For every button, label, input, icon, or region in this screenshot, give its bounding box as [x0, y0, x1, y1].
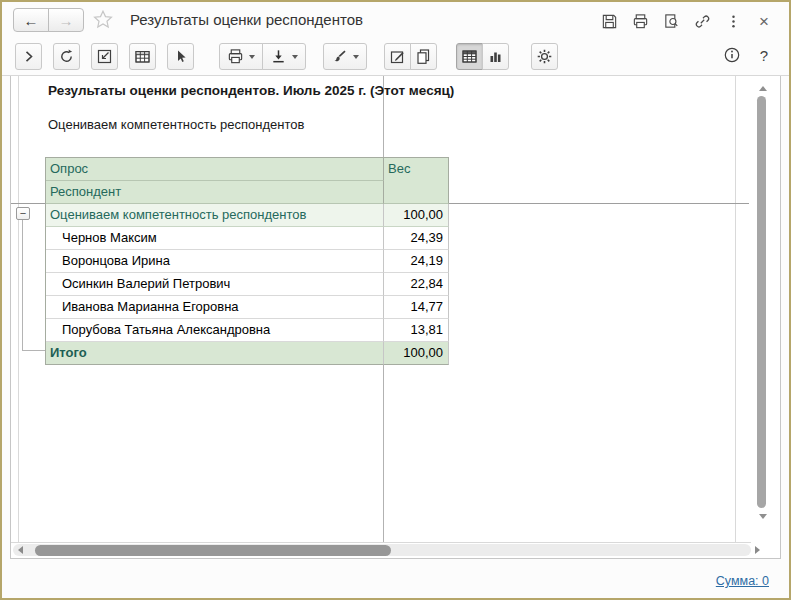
horizontal-scrollbar-thumb[interactable]	[35, 545, 391, 556]
header-cell-weight[interactable]: Вес	[384, 158, 449, 204]
expand-panel-button[interactable]	[15, 43, 42, 70]
more-icon[interactable]	[724, 12, 742, 30]
print-group	[219, 43, 306, 70]
pointer-mode-button[interactable]	[167, 43, 194, 70]
collapse-group-button[interactable]: −	[16, 207, 30, 220]
vertical-scrollbar-thumb[interactable]	[757, 96, 766, 508]
table-row-name[interactable]: Иванова Марианна Егоровна	[46, 296, 384, 319]
table-row-name[interactable]: Осинкин Валерий Петрович	[46, 273, 384, 296]
print-button[interactable]	[219, 43, 263, 70]
report-title: Результаты оценки респондентов. Июль 202…	[48, 83, 454, 98]
page-boundary-right-line	[735, 76, 736, 543]
table-row-value[interactable]: 14,77	[384, 296, 449, 319]
table-view-button[interactable]	[456, 43, 483, 70]
table-settings-button[interactable]	[129, 43, 156, 70]
link-icon[interactable]	[693, 12, 711, 30]
report-subtitle: Оцениваем компетентность респондентов	[48, 117, 304, 132]
close-icon[interactable]: ×	[755, 12, 773, 30]
report-table: Опрос Вес Респондент Оцениваем компетент…	[45, 157, 449, 365]
print-icon	[227, 48, 244, 65]
gear-icon	[536, 48, 553, 65]
table-settings-icon	[134, 48, 151, 65]
table-row-value[interactable]: 24,39	[384, 227, 449, 250]
title-bar: ← → Результаты оценки респондентов	[2, 2, 789, 38]
help-button[interactable]: ?	[755, 46, 773, 64]
page-boundary-left-line	[18, 76, 19, 543]
total-row-label[interactable]: Итого	[46, 342, 384, 365]
header-cell-survey[interactable]: Опрос	[46, 158, 384, 181]
brush-icon	[331, 48, 348, 65]
refresh-icon	[58, 48, 75, 65]
help-icon: ?	[760, 47, 768, 64]
bar-chart-icon	[487, 48, 504, 65]
save-file-button[interactable]	[262, 43, 306, 70]
titlebar-actions: ×	[600, 12, 773, 30]
forward-button[interactable]: →	[48, 8, 84, 32]
app-window: ← → Результаты оценки респондентов	[0, 0, 791, 600]
chevron-down-icon	[292, 55, 298, 59]
nav-history-group: ← →	[13, 8, 84, 32]
group-tree-line	[22, 350, 45, 351]
refresh-button[interactable]	[53, 43, 80, 70]
star-icon	[92, 9, 114, 31]
chart-view-button[interactable]	[482, 43, 509, 70]
chevron-right-icon	[20, 48, 37, 65]
copy-button[interactable]	[410, 43, 437, 70]
autofit-button[interactable]	[91, 43, 118, 70]
save-icon[interactable]	[600, 12, 618, 30]
back-button[interactable]: ←	[13, 8, 49, 32]
scroll-right-arrow[interactable]	[755, 546, 760, 554]
pointer-icon	[172, 48, 189, 65]
format-brush-button[interactable]	[323, 43, 367, 70]
toolbar: ?	[2, 38, 789, 76]
report-sheet: Результаты оценки респондентов. Июль 202…	[10, 76, 781, 559]
favorite-star-button[interactable]	[92, 9, 114, 31]
group-tree-line	[22, 220, 23, 350]
total-row-value[interactable]: 100,00	[384, 342, 449, 365]
chevron-down-icon	[249, 55, 255, 59]
edit-copy-group	[384, 43, 437, 70]
info-button[interactable]	[723, 46, 741, 64]
sum-link[interactable]: Сумма: 0	[716, 574, 769, 588]
chevron-down-icon	[353, 55, 359, 59]
table-row-name[interactable]: Воронцова Ирина	[46, 250, 384, 273]
copy-icon	[415, 48, 432, 65]
group-row-label[interactable]: Оцениваем компетентность респондентов	[46, 204, 384, 227]
table-row-name[interactable]: Порубова Татьяна Александровна	[46, 319, 384, 342]
edit-button[interactable]	[384, 43, 411, 70]
arrow-right-icon: →	[59, 12, 74, 29]
settings-button[interactable]	[531, 43, 558, 70]
group-row-value[interactable]: 100,00	[384, 204, 449, 227]
download-icon	[270, 48, 287, 65]
view-mode-group	[456, 43, 509, 70]
scroll-down-arrow[interactable]	[759, 514, 767, 519]
print-preview-icon[interactable]	[662, 12, 680, 30]
scroll-up-arrow[interactable]	[759, 86, 767, 91]
edit-icon	[389, 48, 406, 65]
table-row-value[interactable]: 24,19	[384, 250, 449, 273]
autofit-icon	[96, 48, 113, 65]
table-row-value[interactable]: 13,81	[384, 319, 449, 342]
table-row-value[interactable]: 22,84	[384, 273, 449, 296]
scroll-left-arrow[interactable]	[18, 546, 23, 554]
header-cell-respondent[interactable]: Респондент	[46, 181, 384, 204]
table-row-name[interactable]: Чернов Максим	[46, 227, 384, 250]
minus-icon: −	[20, 208, 26, 219]
arrow-left-icon: ←	[24, 12, 39, 29]
window-title: Результаты оценки респондентов	[130, 11, 363, 28]
info-icon	[723, 46, 741, 64]
print-icon[interactable]	[631, 12, 649, 30]
sheet-bottom-line	[11, 542, 751, 543]
table-view-icon	[461, 48, 478, 65]
